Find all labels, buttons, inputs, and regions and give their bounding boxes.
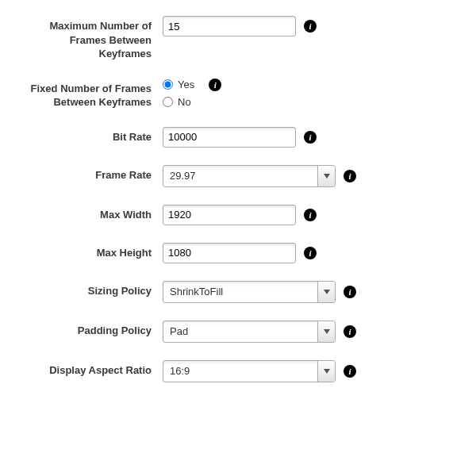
sizing-policy-select[interactable]: ShrinkToFill [163, 281, 336, 303]
frame-rate-label: Frame Rate [24, 165, 163, 182]
max-width-input[interactable] [163, 205, 296, 225]
info-icon[interactable] [304, 20, 317, 33]
frame-rate-value: 29.97 [163, 170, 317, 182]
fixed-frames-no-radio[interactable] [163, 97, 173, 107]
sizing-policy-value: ShrinkToFill [163, 286, 317, 298]
max-frames-between-keyframes-input[interactable] [163, 16, 296, 36]
max-height-input[interactable] [163, 243, 296, 263]
info-icon[interactable] [344, 286, 356, 298]
padding-policy-value: Pad [163, 325, 317, 337]
info-icon[interactable] [344, 325, 356, 338]
info-icon[interactable] [304, 209, 317, 221]
max-frames-between-keyframes-label: Maximum Number of Frames Between Keyfram… [24, 16, 163, 61]
bit-rate-label: Bit Rate [24, 127, 163, 144]
dropdown-button[interactable] [317, 321, 335, 342]
display-aspect-ratio-select[interactable]: 16:9 [163, 360, 336, 382]
info-icon[interactable] [344, 365, 356, 378]
dropdown-button[interactable] [317, 166, 335, 186]
fixed-frames-yes-label: Yes [178, 79, 194, 90]
bit-rate-input[interactable] [163, 127, 296, 148]
fixed-frames-no-label: No [178, 96, 191, 108]
max-width-label: Max Width [24, 205, 163, 222]
chevron-down-icon [324, 174, 330, 179]
display-aspect-ratio-value: 16:9 [163, 365, 317, 377]
padding-policy-label: Padding Policy [24, 321, 163, 338]
chevron-down-icon [324, 290, 330, 294]
dropdown-button[interactable] [317, 282, 335, 302]
chevron-down-icon [324, 369, 330, 374]
padding-policy-select[interactable]: Pad [163, 321, 336, 343]
display-aspect-ratio-label: Display Aspect Ratio [24, 360, 163, 378]
frame-rate-select[interactable]: 29.97 [163, 165, 336, 187]
dropdown-button[interactable] [317, 361, 335, 382]
info-icon[interactable] [304, 247, 317, 259]
info-icon[interactable] [209, 79, 221, 91]
chevron-down-icon [324, 329, 330, 334]
max-height-label: Max Height [24, 243, 163, 260]
fixed-frames-yes-radio[interactable] [163, 79, 173, 90]
sizing-policy-label: Sizing Policy [24, 281, 163, 298]
info-icon[interactable] [304, 131, 317, 144]
fixed-number-frames-label: Fixed Number of Frames Between Keyframes [24, 79, 163, 109]
info-icon[interactable] [344, 170, 356, 182]
